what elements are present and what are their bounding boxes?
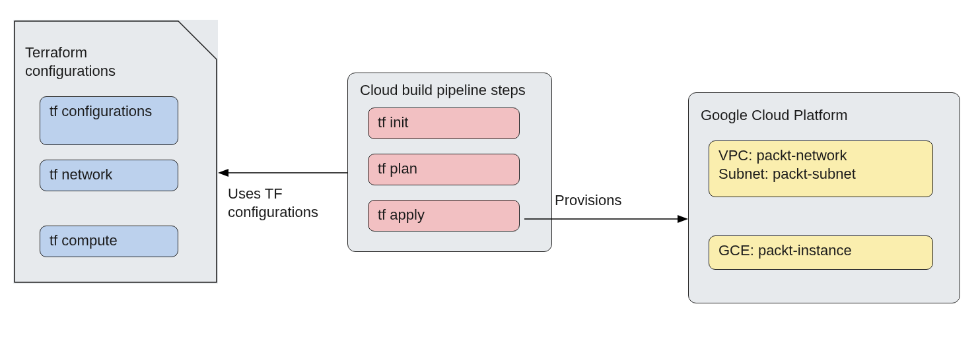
gcp-title: Google Cloud Platform xyxy=(701,106,848,125)
terraform-title: Terraform configurations xyxy=(25,44,116,80)
svg-marker-3 xyxy=(678,215,688,223)
terraform-item-configurations: tf configurations xyxy=(40,96,178,145)
pipeline-panel: Cloud build pipeline steps tf init tf pl… xyxy=(347,73,552,252)
terraform-item-compute: tf compute xyxy=(40,226,178,257)
gcp-panel: Google Cloud Platform VPC: packt-network… xyxy=(688,92,960,303)
arrow-provisions-label: Provisions xyxy=(555,191,621,210)
arrow-provisions xyxy=(524,212,688,226)
pipeline-title: Cloud build pipeline steps xyxy=(360,81,526,100)
pipeline-step-apply: tf apply xyxy=(368,200,520,232)
pipeline-step-init: tf init xyxy=(368,108,520,139)
terraform-item-network: tf network xyxy=(40,160,178,191)
arrow-uses-label: Uses TF configurations xyxy=(228,185,318,222)
pipeline-step-plan: tf plan xyxy=(368,154,520,185)
terraform-panel: Terraform configurations tf configuratio… xyxy=(13,20,218,284)
arrow-uses-tf xyxy=(218,166,347,179)
gcp-resource-network: VPC: packt-network Subnet: packt-subnet xyxy=(709,140,933,197)
svg-marker-1 xyxy=(218,169,228,177)
gcp-resource-gce: GCE: packt-instance xyxy=(709,235,933,270)
